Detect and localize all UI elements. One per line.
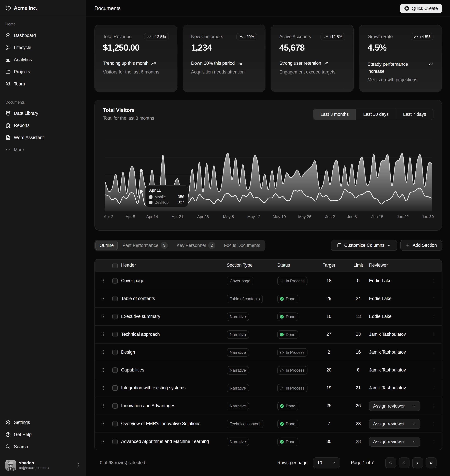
svg-text:Jun 15: Jun 15 [371,215,383,219]
svg-text:Apr 14: Apr 14 [146,215,158,219]
svg-text:Apr 2: Apr 2 [104,215,113,219]
svg-text:Apr 28: Apr 28 [197,215,209,219]
svg-text:Jun 8: Jun 8 [347,215,357,219]
svg-text:Jun 30: Jun 30 [422,215,434,219]
svg-text:May 19: May 19 [273,215,286,219]
svg-text:Jun 22: Jun 22 [397,215,409,219]
svg-text:Apr 21: Apr 21 [172,215,184,219]
svg-text:May 26: May 26 [298,215,311,219]
svg-text:Apr 8: Apr 8 [126,215,135,219]
svg-text:Jun 2: Jun 2 [325,215,335,219]
svg-text:May 5: May 5 [223,215,234,219]
svg-text:May 12: May 12 [247,215,261,219]
